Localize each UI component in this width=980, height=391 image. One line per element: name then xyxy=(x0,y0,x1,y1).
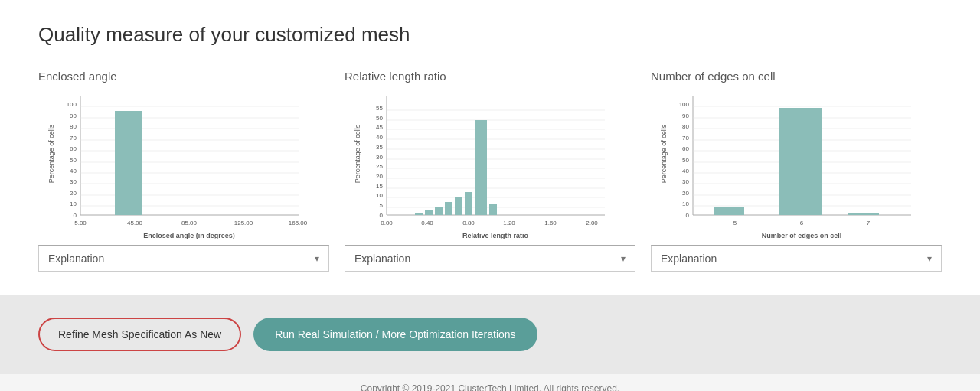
svg-text:85.00: 85.00 xyxy=(181,220,198,226)
svg-text:20: 20 xyxy=(682,190,689,197)
svg-text:5.00: 5.00 xyxy=(74,220,87,226)
copyright-text: Copyright © 2019-2021 ClusterTech Limite… xyxy=(361,383,619,391)
svg-text:0: 0 xyxy=(74,212,77,219)
svg-text:35: 35 xyxy=(376,144,383,151)
charts-row: Enclosed angle 0 10 20 30 40 50 60 70 8 xyxy=(38,70,942,272)
explanation-toggle-edges[interactable]: Explanation ▾ xyxy=(651,245,942,272)
svg-rect-62 xyxy=(415,213,423,215)
svg-text:165.00: 165.00 xyxy=(289,220,308,226)
chart-edges-on-cell: Number of edges on cell 0 10 20 30 40 50… xyxy=(651,70,942,272)
svg-text:40: 40 xyxy=(70,168,77,174)
chart-title-relative-length: Relative length ratio xyxy=(345,70,635,83)
explanation-label-relative: Explanation xyxy=(354,253,410,265)
svg-text:Relative length ratio: Relative length ratio xyxy=(462,232,529,239)
chart-enclosed-angle: Enclosed angle 0 10 20 30 40 50 60 70 8 xyxy=(38,70,329,272)
svg-text:10: 10 xyxy=(70,200,77,207)
explanation-label-edges: Explanation xyxy=(661,253,717,265)
svg-text:Percentage of cells: Percentage of cells xyxy=(47,124,55,183)
svg-text:40: 40 xyxy=(682,168,689,174)
svg-text:100: 100 xyxy=(67,101,77,108)
footer-copyright: Copyright © 2019-2021 ClusterTech Limite… xyxy=(0,374,980,391)
svg-text:45.00: 45.00 xyxy=(127,220,143,226)
svg-text:30: 30 xyxy=(70,178,77,185)
chart-title-enclosed-angle: Enclosed angle xyxy=(38,70,329,83)
svg-text:1.20: 1.20 xyxy=(503,220,515,226)
svg-text:25: 25 xyxy=(376,163,383,170)
svg-text:70: 70 xyxy=(70,135,77,142)
svg-text:6: 6 xyxy=(800,220,804,226)
svg-text:80: 80 xyxy=(682,123,689,130)
svg-text:20: 20 xyxy=(376,173,383,180)
svg-rect-100 xyxy=(848,213,879,215)
chevron-down-icon: ▾ xyxy=(315,253,319,264)
svg-text:100: 100 xyxy=(679,101,690,108)
page-title: Quality measure of your customized mesh xyxy=(38,23,942,47)
svg-text:Number of edges on cell: Number of edges on cell xyxy=(762,232,842,239)
svg-text:7: 7 xyxy=(867,220,871,226)
chart-svg-edges: 0 10 20 30 40 50 60 70 80 90 100 xyxy=(651,89,942,242)
svg-rect-28 xyxy=(115,111,142,215)
svg-text:90: 90 xyxy=(70,112,77,119)
svg-rect-63 xyxy=(425,210,433,215)
svg-text:Percentage of cells: Percentage of cells xyxy=(354,124,361,183)
chart-svg-relative-length: 0 5 10 15 20 25 30 35 40 45 50 55 xyxy=(345,89,635,242)
main-content: Quality measure of your customized mesh … xyxy=(0,0,980,295)
chart-area-enclosed-angle: 0 10 20 30 40 50 60 70 80 90 100 xyxy=(38,89,329,242)
svg-text:60: 60 xyxy=(70,145,77,152)
svg-text:Enclosed angle (in degrees): Enclosed angle (in degrees) xyxy=(143,232,235,239)
svg-text:15: 15 xyxy=(376,183,383,190)
svg-text:1.60: 1.60 xyxy=(544,220,557,226)
chevron-down-icon: ▾ xyxy=(927,253,932,264)
chart-relative-length: Relative length ratio 0 5 10 15 20 25 30… xyxy=(345,70,635,272)
svg-text:0: 0 xyxy=(380,212,384,219)
run-simulation-button[interactable]: Run Real Simulation / More Optimization … xyxy=(253,318,537,351)
svg-text:0.40: 0.40 xyxy=(421,220,433,226)
explanation-toggle-enclosed[interactable]: Explanation ▾ xyxy=(38,245,329,272)
refine-mesh-button[interactable]: Refine Mesh Specification As New xyxy=(38,318,241,351)
svg-text:125.00: 125.00 xyxy=(234,220,253,226)
svg-text:10: 10 xyxy=(376,192,383,199)
svg-text:0.80: 0.80 xyxy=(462,220,475,226)
svg-text:0.00: 0.00 xyxy=(381,220,393,226)
svg-text:20: 20 xyxy=(70,190,77,197)
svg-text:2.00: 2.00 xyxy=(586,220,598,226)
svg-rect-67 xyxy=(465,192,472,215)
svg-rect-98 xyxy=(714,207,744,215)
svg-text:70: 70 xyxy=(682,135,689,142)
explanation-toggle-relative[interactable]: Explanation ▾ xyxy=(345,245,635,272)
svg-rect-68 xyxy=(475,120,487,215)
explanation-label-enclosed: Explanation xyxy=(48,253,104,265)
chart-area-edges: 0 10 20 30 40 50 60 70 80 90 100 xyxy=(651,89,942,242)
footer-actions: Refine Mesh Specification As New Run Rea… xyxy=(0,295,980,374)
svg-rect-64 xyxy=(435,207,443,215)
svg-rect-65 xyxy=(445,202,452,215)
chevron-down-icon: ▾ xyxy=(621,253,626,264)
svg-text:50: 50 xyxy=(376,115,383,122)
svg-text:55: 55 xyxy=(376,105,383,112)
svg-text:90: 90 xyxy=(682,112,689,119)
svg-text:50: 50 xyxy=(70,157,77,164)
svg-text:45: 45 xyxy=(376,124,383,131)
chart-area-relative-length: 0 5 10 15 20 25 30 35 40 45 50 55 xyxy=(345,89,635,242)
svg-text:5: 5 xyxy=(380,202,384,209)
chart-title-edges: Number of edges on cell xyxy=(651,70,942,83)
svg-text:10: 10 xyxy=(682,200,689,207)
svg-text:60: 60 xyxy=(682,145,689,152)
svg-rect-69 xyxy=(489,204,497,215)
svg-text:40: 40 xyxy=(376,134,383,141)
svg-text:5: 5 xyxy=(733,220,737,226)
svg-rect-66 xyxy=(455,197,462,215)
svg-text:0: 0 xyxy=(686,212,690,219)
svg-text:50: 50 xyxy=(682,157,689,164)
svg-text:30: 30 xyxy=(376,154,383,161)
svg-rect-99 xyxy=(779,108,822,215)
svg-text:80: 80 xyxy=(70,123,77,130)
svg-text:Percentage of cells: Percentage of cells xyxy=(660,124,668,183)
chart-svg-enclosed-angle: 0 10 20 30 40 50 60 70 80 90 100 xyxy=(38,89,329,242)
svg-text:30: 30 xyxy=(682,178,689,185)
